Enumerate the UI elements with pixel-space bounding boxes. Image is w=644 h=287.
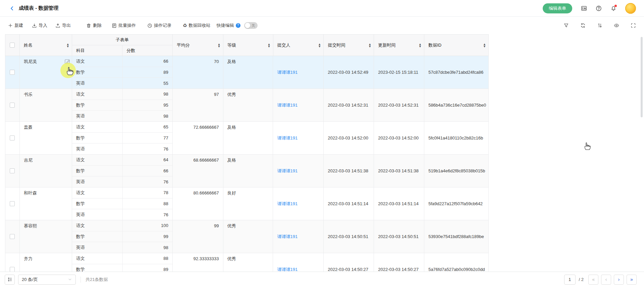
score-cell: 88	[122, 253, 172, 264]
header-submitter-label: 提交人	[277, 42, 290, 48]
submitter-link[interactable]: 谭谭谭191	[277, 102, 298, 108]
row-checkbox[interactable]	[10, 70, 15, 75]
delete-button[interactable]: 删除	[86, 22, 102, 28]
operation-log-button[interactable]: 操作记录	[147, 22, 171, 28]
grade-value: 优秀	[227, 253, 236, 264]
sort-icon[interactable]: ▲▼	[67, 43, 68, 47]
new-label: 新建	[14, 22, 23, 28]
help-button[interactable]	[596, 5, 602, 11]
submitter-link[interactable]: 谭谭谭191	[277, 69, 298, 75]
export-button[interactable]: 导出	[55, 22, 71, 28]
update-time-cell: 2022-03-03 14:50:51	[374, 220, 424, 253]
subform-cell: 语文78数学88英语76	[72, 187, 173, 220]
sort-icon[interactable]: ▲▼	[484, 43, 485, 47]
data-id-cell: 5fc0f41a4180110c2b82c16b	[424, 122, 489, 154]
back-button[interactable]	[9, 6, 15, 11]
row-checkbox[interactable]	[10, 135, 15, 140]
fullscreen-button[interactable]	[631, 23, 636, 28]
score-cell: 77	[122, 133, 172, 144]
notifications-button[interactable]	[610, 5, 616, 11]
quick-edit-label: 快捷编辑	[217, 22, 234, 28]
submit-time-cell: 2022-03-03 14:52:00	[324, 122, 374, 154]
page-title: 成绩表 - 数据管理	[19, 5, 58, 11]
table-header: 姓名 ▲▼ 子表单 科目 分数 平均分 ▲▼ 等级 ▲▼ 提交人 ▲▼	[5, 34, 489, 56]
import-button[interactable]: 导入	[32, 22, 47, 28]
table-row[interactable]: 凯尼吴语文66数学89英语5570及格谭谭谭1912022-03-03 14:5…	[5, 56, 489, 89]
edit-form-button[interactable]: 编辑表单	[543, 3, 572, 13]
refresh-button[interactable]	[580, 23, 586, 28]
sort-icon[interactable]: ▲▼	[419, 43, 421, 47]
grade-cell: 良好	[223, 187, 273, 220]
quick-edit-control: 快捷编辑 ? 关	[217, 22, 258, 29]
sort-icon[interactable]: ▲▼	[268, 43, 270, 47]
row-checkbox[interactable]	[10, 168, 15, 173]
row-checkbox[interactable]	[10, 267, 15, 272]
divider	[80, 277, 81, 283]
table-row[interactable]: 慕容熙语文100数学99英语9899优秀谭谭谭1912022-03-03 14:…	[5, 220, 489, 253]
row-checkbox[interactable]	[10, 201, 15, 206]
table-row[interactable]: 盖聂语文65数学77英语7672.66666667及格谭谭谭1912022-03…	[5, 122, 489, 155]
student-name: 慕容熙	[24, 220, 37, 231]
table-row[interactable]: 和叶森语文78数学88英语7680.66666667良好谭谭谭1912022-0…	[5, 187, 489, 220]
row-checkbox[interactable]	[10, 234, 15, 239]
row-checkbox[interactable]	[10, 103, 15, 108]
sort-icon[interactable]: ▲▼	[319, 43, 320, 47]
average-cell: 99	[173, 220, 223, 253]
vertical-scrollbar[interactable]	[641, 37, 643, 117]
grade-value: 优秀	[227, 89, 236, 100]
submitter-link[interactable]: 谭谭谭191	[277, 201, 298, 207]
sort-button[interactable]	[597, 23, 602, 28]
sort-icon[interactable]: ▲▼	[369, 43, 371, 47]
next-page-button[interactable]: ›	[614, 275, 624, 285]
subform-row: 英语98	[72, 110, 172, 121]
export-icon	[55, 23, 60, 28]
edit-icon[interactable]	[64, 59, 70, 64]
first-page-button[interactable]: «	[588, 275, 598, 285]
name-cell: 慕容熙	[20, 220, 72, 253]
submit-time-cell: 2022-03-03 14:50:51	[324, 220, 374, 253]
table-row[interactable]: 齐力语文88数学8992.33333333优秀谭谭谭1912022-03-03 …	[5, 253, 489, 272]
subform-row: 语文64	[72, 155, 172, 165]
knowledge-base-button[interactable]	[581, 5, 587, 11]
average-value: 68.66666667	[194, 155, 219, 166]
header-data-id-label: 数据ID	[428, 42, 441, 48]
student-name: 书乐	[24, 89, 33, 100]
subform-row: 数学77	[72, 132, 172, 144]
grade-value: 及格	[227, 56, 236, 67]
prev-page-button[interactable]: ‹	[601, 275, 611, 285]
grade-value: 良好	[227, 187, 236, 198]
table-row[interactable]: 书乐语文98数学95英语9897优秀谭谭谭1912022-03-03 14:52…	[5, 89, 489, 122]
submitter-link[interactable]: 谭谭谭191	[277, 234, 298, 240]
submit-time-cell: 2022-03-03 14:52:31	[324, 89, 374, 121]
filter-button[interactable]	[564, 23, 569, 28]
score-cell: 99	[122, 231, 172, 242]
page-input[interactable]	[564, 275, 576, 285]
new-button[interactable]: 新建	[8, 22, 23, 28]
student-name: 吉尼	[24, 155, 33, 166]
sort-icon[interactable]: ▲▼	[218, 43, 220, 47]
table-row[interactable]: 吉尼语文64数学66英语7668.66666667及格谭谭谭1912022-03…	[5, 155, 489, 187]
show-columns-button[interactable]	[614, 23, 619, 28]
data-id-cell: 5a76fd7a527ab0c090b2c0dd	[424, 253, 489, 272]
avatar[interactable]	[625, 3, 636, 14]
row-select-cell	[5, 122, 20, 154]
toggle-state-label: 关	[252, 22, 255, 29]
quick-edit-help-icon[interactable]: ?	[236, 23, 240, 28]
last-page-button[interactable]: »	[627, 275, 637, 285]
subform-row: 语文65	[72, 122, 172, 132]
subform-row: 数学66	[72, 165, 172, 176]
score-cell: 98	[122, 111, 172, 121]
submitter-link[interactable]: 谭谭谭191	[277, 267, 298, 272]
select-all-checkbox[interactable]	[10, 43, 15, 48]
import-icon	[32, 23, 37, 28]
submitter-link[interactable]: 谭谭谭191	[277, 135, 298, 141]
student-name: 齐力	[24, 253, 33, 264]
row-height-button[interactable]	[5, 275, 15, 285]
recycle-bin-button[interactable]: ♻ 数据回收站	[183, 22, 211, 28]
submitter-link[interactable]: 谭谭谭191	[277, 168, 298, 174]
fullscreen-icon	[631, 23, 636, 28]
batch-actions-button[interactable]: 批量操作	[112, 22, 136, 28]
quick-edit-toggle[interactable]: 关	[244, 22, 258, 29]
header-grade: 等级 ▲▼	[223, 35, 273, 56]
page-size-select[interactable]: 20 条/页	[18, 275, 76, 285]
